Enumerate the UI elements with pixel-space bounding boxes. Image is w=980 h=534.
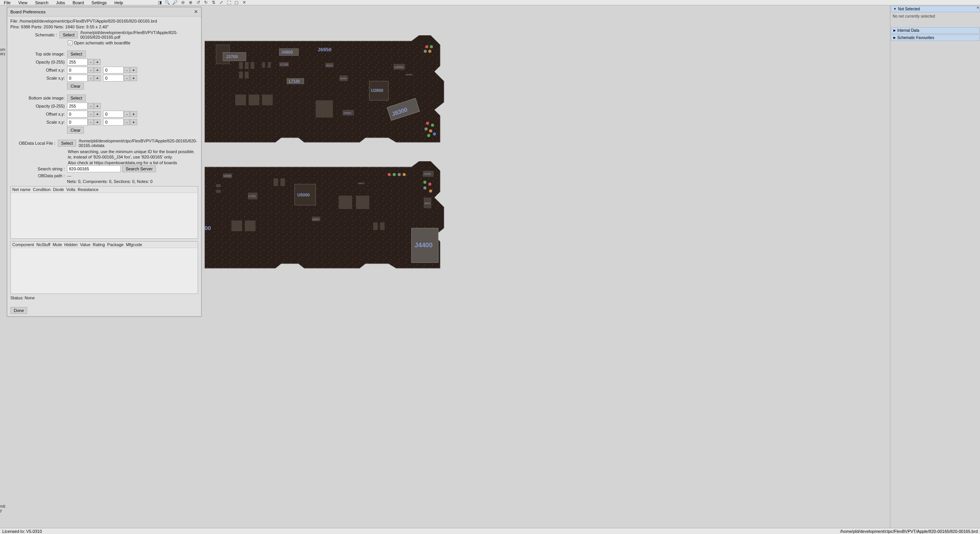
- section-not-selected[interactable]: ▼ Not Selected: [891, 6, 980, 12]
- svg-point-27: [430, 45, 433, 48]
- svg-rect-50: [231, 220, 242, 231]
- top-opacity-minus-button[interactable]: -: [88, 59, 94, 65]
- svg-point-26: [425, 45, 428, 48]
- obdata-select-button[interactable]: Select: [58, 140, 77, 147]
- board-bottom-view[interactable]: U5000 U6600 J4400 U7501 U5810 J3200 J860…: [205, 161, 446, 272]
- close-icon[interactable]: ✕: [242, 0, 246, 5]
- bot-opacity-plus-button[interactable]: +: [94, 103, 101, 109]
- menu-view[interactable]: View: [15, 0, 31, 5]
- rotate-cw-icon[interactable]: ↻: [203, 0, 208, 5]
- nets-table[interactable]: Net name Condition Diode Volts Resistanc…: [10, 186, 198, 239]
- svg-rect-22: [235, 95, 246, 105]
- menu-file[interactable]: File: [0, 0, 15, 5]
- collapse-panel-icon[interactable]: »: [975, 5, 980, 10]
- search-server-button[interactable]: Search Server: [122, 165, 156, 172]
- top-sx-minus-button[interactable]: -: [88, 75, 94, 81]
- obdata-note1: When searching, use the minimum unique I…: [68, 149, 198, 154]
- window-icon[interactable]: ▢: [234, 0, 239, 5]
- bot-sy-minus-button[interactable]: -: [124, 119, 130, 125]
- top-offset-y-input[interactable]: [103, 67, 124, 73]
- bot-scale-y-input[interactable]: [103, 119, 124, 126]
- statusbar-path: /home/pld/development/ctpc/FlexBVPVT/App…: [840, 529, 978, 534]
- col-hidden[interactable]: Hidden: [64, 242, 78, 247]
- swap-icon[interactable]: ⇅: [211, 0, 216, 5]
- section-internal-data[interactable]: ▶ Internal Data: [891, 27, 980, 34]
- top-scale-x-input[interactable]: [67, 75, 88, 82]
- bot-clear-button[interactable]: Clear: [67, 127, 84, 134]
- bot-opacity-minus-button[interactable]: -: [88, 103, 94, 109]
- bot-ox-minus-button[interactable]: -: [88, 111, 94, 117]
- obdata-path-value: ---: [67, 173, 71, 178]
- search-string-input[interactable]: [67, 165, 121, 172]
- col-nostuff[interactable]: NoStuff: [36, 242, 51, 247]
- board-preferences-dialog: Board Preferences ✕ File: /home/pld/deve…: [7, 7, 202, 317]
- fit-icon[interactable]: ⛶: [226, 0, 231, 5]
- svg-rect-23: [249, 95, 259, 105]
- svg-point-58: [423, 181, 426, 184]
- zoom-in-icon[interactable]: 🔍: [165, 0, 170, 5]
- open-schematic-checkbox[interactable]: ✓ Open schematic with boardfile: [68, 41, 198, 45]
- top-opacity-plus-button[interactable]: +: [94, 59, 101, 65]
- col-package[interactable]: Package: [107, 242, 124, 247]
- top-sy-plus-button[interactable]: +: [130, 75, 137, 81]
- done-button[interactable]: Done: [10, 307, 27, 314]
- col-volts[interactable]: Volts: [66, 187, 75, 192]
- menu-settings[interactable]: Settings: [88, 0, 111, 5]
- zoom-minus-icon[interactable]: ⊖: [180, 0, 185, 5]
- col-resistance[interactable]: Resistance: [78, 187, 98, 192]
- menu-board[interactable]: Board: [69, 0, 88, 5]
- section-schematic-fav[interactable]: ▶ Schematic Favourites: [891, 34, 980, 41]
- board-top-view[interactable]: J3700 J4800 J6950 U7130 L7130 U2800 J350…: [205, 35, 446, 146]
- col-component[interactable]: Component: [12, 242, 34, 247]
- bot-offset-y-input[interactable]: [103, 111, 124, 118]
- menu-help[interactable]: Help: [111, 0, 127, 5]
- top-ox-plus-button[interactable]: +: [94, 67, 101, 73]
- col-diode[interactable]: Diode: [53, 187, 64, 192]
- bot-sx-minus-button[interactable]: -: [88, 119, 94, 125]
- col-mfgcode[interactable]: Mfgcode: [126, 242, 142, 247]
- menu-search[interactable]: Search: [31, 0, 52, 5]
- top-sy-minus-button[interactable]: -: [124, 75, 130, 81]
- bot-opacity-input[interactable]: [67, 103, 88, 109]
- bot-ox-plus-button[interactable]: +: [94, 111, 101, 117]
- top-ox-minus-button[interactable]: -: [88, 67, 94, 73]
- bot-sy-plus-button[interactable]: +: [130, 119, 137, 125]
- dialog-titlebar[interactable]: Board Preferences ✕: [7, 7, 201, 16]
- svg-rect-47: [280, 178, 285, 186]
- lbl-j4800: J4800: [281, 50, 293, 54]
- top-sx-plus-button[interactable]: +: [94, 75, 101, 81]
- lbl-u2090: U2090: [340, 77, 347, 80]
- bot-oy-plus-button[interactable]: +: [130, 111, 137, 117]
- bottom-select-button[interactable]: Select: [67, 95, 86, 101]
- bot-oy-minus-button[interactable]: -: [124, 111, 130, 117]
- col-value[interactable]: Value: [80, 242, 90, 247]
- col-mute[interactable]: Mute: [52, 242, 62, 247]
- top-clear-button[interactable]: Clear: [67, 83, 84, 90]
- bot-offset-x-input[interactable]: [67, 111, 88, 118]
- lbl-j8600: J8600: [424, 202, 431, 204]
- zoom-plus-icon[interactable]: ⊕: [188, 0, 193, 5]
- top-scale-y-input[interactable]: [103, 75, 124, 82]
- svg-point-35: [427, 134, 430, 137]
- dialog-close-icon[interactable]: ✕: [194, 9, 198, 15]
- schematic-select-button[interactable]: Select: [59, 31, 78, 38]
- menu-jobs[interactable]: Jobs: [52, 0, 69, 5]
- col-condition[interactable]: Condition: [33, 187, 51, 192]
- bot-sx-plus-button[interactable]: +: [94, 119, 101, 125]
- top-oy-minus-button[interactable]: -: [124, 67, 130, 73]
- bot-scale-x-input[interactable]: [67, 119, 88, 126]
- top-offset-x-input[interactable]: [67, 67, 88, 73]
- rotate-ccw-icon[interactable]: ↺: [196, 0, 200, 5]
- svg-rect-16: [245, 62, 249, 69]
- col-netname[interactable]: Net name: [12, 187, 31, 192]
- components-table[interactable]: Component NoStuff Mute Hidden Value Rati…: [10, 241, 198, 294]
- top-oy-plus-button[interactable]: +: [130, 67, 137, 73]
- toggle-panel-icon[interactable]: ◨: [157, 0, 162, 5]
- col-rating[interactable]: Rating: [93, 242, 105, 247]
- fit-sel-icon[interactable]: ⤢: [219, 0, 223, 5]
- top-select-button[interactable]: Select: [67, 51, 86, 57]
- top-opacity-input[interactable]: [67, 59, 88, 65]
- obdata-path-label: OBData path :: [10, 173, 67, 178]
- zoom-out-icon[interactable]: 🔎: [173, 0, 177, 5]
- dialog-title-text: Board Preferences: [10, 10, 46, 14]
